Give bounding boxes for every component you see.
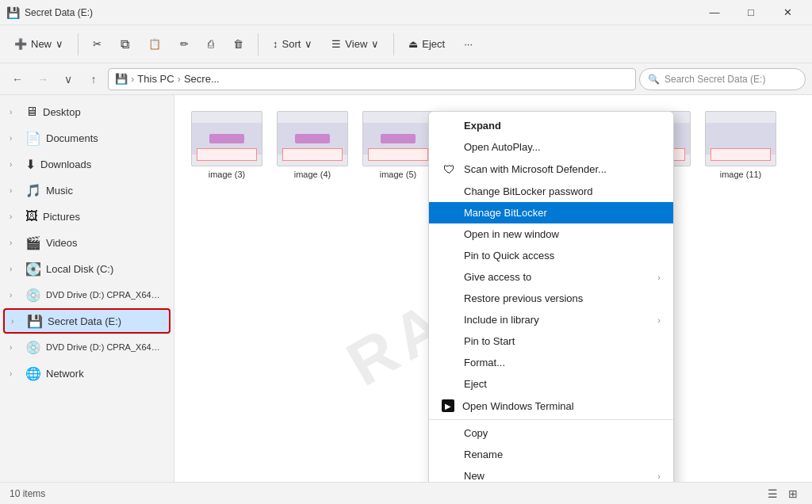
dvd-drive-icon: 💿 — [25, 288, 41, 303]
sidebar-item-desktop[interactable]: › 🖥 Desktop — [3, 99, 170, 124]
sidebar-item-documents[interactable]: › 📄 Documents — [3, 125, 170, 151]
file-thumb-img11[interactable]: image (11) — [701, 108, 780, 182]
sidebar-item-network[interactable]: › 🌐 Network — [3, 361, 170, 386]
sidebar-label-videos: Videos — [46, 237, 164, 249]
ctx-open-terminal[interactable]: ▶ Open Windows Terminal — [429, 395, 673, 417]
main-area: › 🖥 Desktop › 📄 Documents › ⬇ Downloads … — [0, 95, 812, 482]
up-button[interactable]: ↑ — [82, 68, 105, 90]
toolbar-divider-1 — [78, 33, 79, 55]
address-icon: 💾 — [115, 73, 128, 85]
copy-button[interactable]: ⧉ — [113, 30, 137, 59]
details-view-button[interactable]: ☰ — [763, 484, 782, 503]
search-box[interactable]: 🔍 Search Secret Data (E:) — [639, 68, 806, 90]
sidebar-label-network: Network — [46, 368, 164, 380]
item-count: 10 items — [10, 488, 45, 499]
desktop-icon: 🖥 — [25, 105, 38, 119]
toolbar-divider-2 — [258, 33, 259, 55]
close-button[interactable]: ✕ — [769, 0, 806, 25]
more-button[interactable]: ··· — [456, 30, 481, 59]
eject-icon: ⏏ — [408, 38, 418, 50]
address-part-2: Secre... — [184, 73, 220, 85]
copy-icon: ⧉ — [121, 37, 129, 52]
sidebar-item-dvd-drive2[interactable]: › 💿 DVD Drive (D:) CPRA_X64FRE_EN-US_DV.… — [3, 334, 170, 360]
share-button[interactable]: ⎙ — [200, 30, 222, 59]
ctx-pin-quick-access[interactable]: Pin to Quick access — [429, 245, 673, 266]
window-icon: 💾 — [6, 6, 20, 19]
local-disk-icon: 💽 — [25, 262, 41, 277]
chevron-icon: › — [10, 239, 21, 247]
eject-button[interactable]: ⏏ Eject — [400, 30, 453, 59]
address-box[interactable]: 💾 › This PC › Secre... — [108, 68, 636, 90]
rename-button[interactable]: ✏ — [172, 30, 197, 59]
file-thumbnail — [277, 111, 348, 166]
address-bar-row: ← → ∨ ↑ 💾 › This PC › Secre... 🔍 Search … — [0, 63, 812, 95]
ctx-divider — [429, 419, 673, 420]
ctx-include-library[interactable]: Include in library › — [429, 309, 673, 330]
ctx-open-new-window[interactable]: Open in new window — [429, 223, 673, 245]
new-button[interactable]: ➕ New ∨ — [6, 30, 71, 59]
sort-icon: ↕ — [273, 38, 278, 50]
title-bar: 💾 Secret Data (E:) — □ ✕ — [0, 0, 812, 25]
delete-button[interactable]: 🗑 — [225, 30, 251, 59]
ctx-open-terminal-label: Open Windows Terminal — [462, 400, 574, 412]
sidebar-item-pictures[interactable]: › 🖼 Pictures — [3, 204, 170, 229]
new-label: New — [31, 38, 52, 50]
forward-button[interactable]: → — [32, 68, 54, 90]
ctx-scan-defender-label: Scan with Microsoft Defender... — [464, 163, 607, 175]
ctx-open-autoplay[interactable]: Open AutoPlay... — [429, 136, 673, 158]
file-thumb-img5[interactable]: image (5) — [358, 108, 438, 182]
sidebar-item-music[interactable]: › 🎵 Music — [3, 178, 170, 203]
ctx-eject[interactable]: Eject — [429, 373, 673, 395]
ctx-scan-defender[interactable]: 🛡 Scan with Microsoft Defender... — [429, 158, 673, 181]
ctx-new[interactable]: New › — [429, 465, 673, 482]
cut-button[interactable]: ✂ — [85, 30, 109, 59]
ctx-open-autoplay-label: Open AutoPlay... — [464, 141, 541, 153]
delete-icon: 🗑 — [233, 38, 243, 50]
ctx-manage-bitlocker[interactable]: Manage BitLocker — [429, 202, 673, 223]
ctx-give-access[interactable]: Give access to › — [429, 266, 673, 288]
ctx-rename[interactable]: Rename — [429, 444, 673, 465]
ctx-manage-bitlocker-label: Manage BitLocker — [464, 207, 547, 219]
ctx-expand[interactable]: Expand — [429, 115, 673, 136]
sidebar-item-secret-data[interactable]: › 💾 Secret Data (E:) — [3, 308, 170, 334]
ctx-pin-start[interactable]: Pin to Start — [429, 330, 673, 352]
file-thumbnail — [191, 111, 262, 166]
sidebar-item-local-disk[interactable]: › 💽 Local Disk (C:) — [3, 256, 170, 281]
file-border — [282, 148, 343, 161]
maximize-button[interactable]: □ — [733, 0, 769, 25]
ctx-format-label: Format... — [464, 357, 505, 368]
sort-button[interactable]: ↕ Sort ∨ — [265, 30, 320, 59]
sidebar-label-downloads: Downloads — [40, 158, 164, 170]
file-label: image (11) — [720, 170, 762, 179]
sidebar-label-desktop: Desktop — [43, 106, 164, 118]
sidebar-label-dvd-drive: DVD Drive (D:) CPRA_X64FRE_EN-US_D... — [46, 290, 164, 300]
ctx-restore-versions[interactable]: Restore previous versions — [429, 288, 673, 309]
sidebar-item-dvd-drive[interactable]: › 💿 DVD Drive (D:) CPRA_X64FRE_EN-US_D..… — [3, 282, 170, 307]
ctx-copy[interactable]: Copy — [429, 422, 673, 444]
paste-button[interactable]: 📋 — [140, 30, 169, 59]
content-area: RANDOM image (3) image ( — [174, 95, 812, 482]
minimize-button[interactable]: — — [696, 0, 733, 25]
file-thumb-img4[interactable]: image (4) — [273, 108, 352, 182]
file-thumb-img3[interactable]: image (3) — [187, 108, 266, 182]
large-icons-view-button[interactable]: ⊞ — [783, 484, 802, 503]
sidebar-label-local-disk: Local Disk (C:) — [46, 263, 164, 275]
pictures-icon: 🖼 — [25, 209, 38, 223]
ctx-change-bitlocker-pw[interactable]: Change BitLocker password — [429, 181, 673, 202]
share-icon: ⎙ — [208, 38, 214, 50]
sidebar-item-videos[interactable]: › 🎬 Videos — [3, 230, 170, 255]
sidebar-item-downloads[interactable]: › ⬇ Downloads — [3, 151, 170, 177]
search-placeholder: Search Secret Data (E:) — [665, 74, 765, 85]
ctx-pin-quick-access-label: Pin to Quick access — [464, 250, 554, 262]
ctx-format[interactable]: Format... — [429, 352, 673, 373]
sidebar-label-documents: Documents — [46, 132, 164, 144]
back-button[interactable]: ← — [6, 68, 29, 90]
chevron-icon: › — [10, 160, 21, 169]
ctx-change-bitlocker-pw-label: Change BitLocker password — [464, 185, 593, 197]
sidebar-label-pictures: Pictures — [43, 211, 164, 223]
file-label: image (4) — [294, 170, 331, 179]
view-button[interactable]: ☰ View ∨ — [324, 30, 387, 59]
sort-label: Sort — [282, 38, 301, 50]
sidebar-label-music: Music — [46, 185, 164, 197]
recent-locations-button[interactable]: ∨ — [57, 68, 79, 90]
